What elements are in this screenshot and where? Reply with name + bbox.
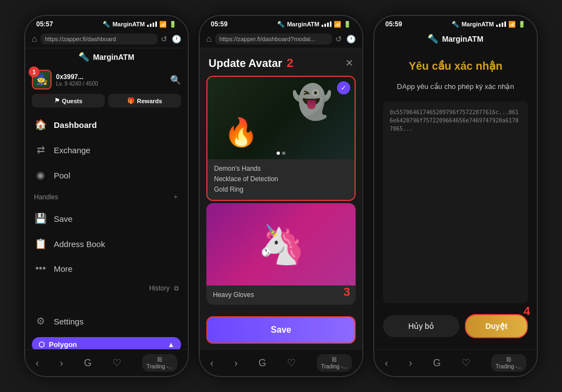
pool-icon: ◉ xyxy=(34,169,47,181)
avatar-image-2: 🦄 xyxy=(206,203,356,285)
url-bar-2[interactable]: https://zapper.fi/dashboard?modal... xyxy=(215,33,332,44)
google-icon: G xyxy=(84,357,92,369)
rewards-button[interactable]: 🎁 Rewards xyxy=(108,94,181,108)
status-bar-1: 05:57 🔦 MarginATM 📶 🔋 xyxy=(25,16,188,30)
handles-row: Handles ＋ xyxy=(25,188,188,206)
app-name-1: MarginATM xyxy=(113,21,145,27)
nav-trading-2[interactable]: ⛓ Trading -... xyxy=(317,354,352,372)
forward-icon-2: › xyxy=(234,357,238,369)
nav-heart-1[interactable]: ♡ xyxy=(113,357,121,369)
nav-forward-3[interactable]: › xyxy=(409,357,412,369)
cancel-button[interactable]: Hủy bỏ xyxy=(383,315,459,337)
wifi-icon-3: 📶 xyxy=(508,21,516,28)
dashboard-icon: 🏠 xyxy=(34,119,47,131)
exchange-label: Exchange xyxy=(54,145,91,155)
status-icons-1: 🔦 MarginATM 📶 🔋 xyxy=(103,21,177,28)
pool-label: Pool xyxy=(54,171,70,180)
history-label: History xyxy=(149,284,170,292)
save-label: Save xyxy=(54,214,72,223)
nav-heart-2[interactable]: ♡ xyxy=(287,357,296,369)
forward-icon: › xyxy=(60,357,63,369)
nav-item-address-book[interactable]: 📋 Address Book xyxy=(25,231,188,256)
nav-google-1[interactable]: G xyxy=(84,357,92,369)
torch-icon-3: 🔦 xyxy=(452,21,459,28)
status-bar-3: 05:59 🔦 MarginATM 📶 🔋 xyxy=(374,16,537,30)
quests-button[interactable]: ⚑ Quests xyxy=(32,94,105,108)
nav-trading-3[interactable]: ⛓ Trading -... xyxy=(491,354,526,372)
network-label: Polygon xyxy=(49,340,77,349)
nav-item-more[interactable]: ••• More xyxy=(25,256,188,281)
step-4-badge: 4 xyxy=(524,304,530,318)
nav-trading-1[interactable]: ⛓ Trading -... xyxy=(142,354,177,372)
nav-back-2[interactable]: ‹ xyxy=(210,357,213,369)
phone-2: 05:59 🔦 MarginATM 📶 🔋 ⌂ https://zapper.f… xyxy=(199,15,363,377)
app-name-2: MarginATM xyxy=(287,21,319,27)
time-1: 05:57 xyxy=(36,20,53,28)
nav-heart-3[interactable]: ♡ xyxy=(462,357,470,369)
avatar-card-2[interactable]: 🦄 Heavy Gloves 3 xyxy=(206,203,356,305)
nav-back-3[interactable]: ‹ xyxy=(385,357,388,369)
step-1-badge: 1 xyxy=(29,66,40,77)
nav-item-pool[interactable]: ◉ Pool xyxy=(25,163,188,188)
nav-item-save[interactable]: 💾 Save xyxy=(25,206,188,231)
flame-character: 🔥 xyxy=(224,116,258,148)
action-buttons: ⚑ Quests 🎁 Rewards xyxy=(25,94,188,112)
save-avatar-button[interactable]: Save xyxy=(206,316,356,344)
refresh-icon-1[interactable]: ↺ xyxy=(161,35,167,43)
modal-header: Update Avatar 2 ✕ xyxy=(200,48,362,76)
header-icons-1: ↺ 🕐 xyxy=(161,35,181,43)
history-row: History ⧉ xyxy=(25,281,188,295)
user-level: Lv. 9 4240 / 4500 xyxy=(56,81,166,87)
heart-icon: ♡ xyxy=(113,357,121,369)
network-button[interactable]: ⬡ Polygon ▲ xyxy=(32,337,181,349)
dot-1 xyxy=(277,152,280,155)
home-icon-2[interactable]: ⌂ xyxy=(206,34,212,44)
avatar-container[interactable]: 1 🧙 xyxy=(32,70,52,89)
hash-text: 0x5570646174652097​96f757220776​16c...06… xyxy=(390,109,519,132)
bottom-nav-1: ‹ › G ♡ ⛓ Trading -... xyxy=(25,349,188,376)
nav-item-dashboard[interactable]: 🏠 Dashboard xyxy=(25,112,188,137)
modal-close-button[interactable]: ✕ xyxy=(345,57,353,69)
margin-title-bar-3: 🔦 MarginATM xyxy=(374,30,537,47)
home-icon-1[interactable]: ⌂ xyxy=(32,34,37,44)
avatar-grid: 👻 🔥 ✓ Demon's Hands Necklace of D xyxy=(200,76,362,311)
approve-button[interactable]: Duyệt xyxy=(465,314,528,338)
history-icon-2[interactable]: 🕐 xyxy=(346,35,356,43)
torch-icon-title-3: 🔦 xyxy=(428,33,439,44)
app-name-3: MarginATM xyxy=(462,21,494,27)
nav-forward-2[interactable]: › xyxy=(234,357,238,369)
step-2-badge: 2 xyxy=(286,56,293,70)
modal-title: Update Avatar 2 xyxy=(209,56,293,70)
bottom-nav-2: ‹ › G ♡ ⛓ Trading -... xyxy=(200,349,362,376)
signal-bar-3 xyxy=(153,23,154,27)
modal-box: Update Avatar 2 ✕ 👻 🔥 ✓ xyxy=(200,48,362,349)
header-icons-2: ↺ 🕐 xyxy=(335,35,356,43)
nav-item-exchange[interactable]: ⇄ Exchange xyxy=(25,137,188,163)
avatar-info-2: Heavy Gloves xyxy=(206,285,356,305)
user-info: 0x3997... Lv. 9 4240 / 4500 xyxy=(56,73,166,87)
margin-title-3: MarginATM xyxy=(442,35,483,43)
phone1-content: 1 🧙 0x3997... Lv. 9 4240 / 4500 🔍 ⚑ Ques… xyxy=(25,65,188,349)
history-icon-1[interactable]: 🕐 xyxy=(172,35,181,43)
url-text-2: https://zapper.fi/dashboard?modal... xyxy=(220,36,316,42)
url-bar-1[interactable]: https://zapper.fi/dashboard xyxy=(41,33,158,44)
pony-character: 🦄 xyxy=(257,222,305,267)
refresh-icon-2[interactable]: ↺ xyxy=(335,35,342,43)
search-icon-1[interactable]: 🔍 xyxy=(170,75,181,85)
add-handle-icon[interactable]: ＋ xyxy=(172,192,179,201)
nav-forward-1[interactable]: › xyxy=(60,357,63,369)
selected-check: ✓ xyxy=(337,81,350,94)
nav-back-1[interactable]: ‹ xyxy=(36,357,39,369)
phone-3: 05:59 🔦 MarginATM 📶 🔋 🔦 MarginATM Yêu cầ… xyxy=(373,15,538,377)
battery-icon-1: 🔋 xyxy=(169,21,177,28)
margin-title-1: MarginATM xyxy=(93,53,134,61)
avatar-card-1[interactable]: 👻 🔥 ✓ Demon's Hands Necklace of D xyxy=(206,76,356,201)
torch-icon-1: 🔦 xyxy=(78,52,89,62)
app-header-1: ⌂ https://zapper.fi/dashboard ↺ 🕐 xyxy=(25,30,188,48)
signal-bar-4 xyxy=(155,21,157,27)
nav-item-settings[interactable]: ⚙ Settings xyxy=(25,309,188,334)
nav-google-2[interactable]: G xyxy=(258,357,266,369)
nav-google-3[interactable]: G xyxy=(433,357,441,369)
signal-bar-2 xyxy=(150,24,151,27)
back-icon-3: ‹ xyxy=(385,357,388,369)
